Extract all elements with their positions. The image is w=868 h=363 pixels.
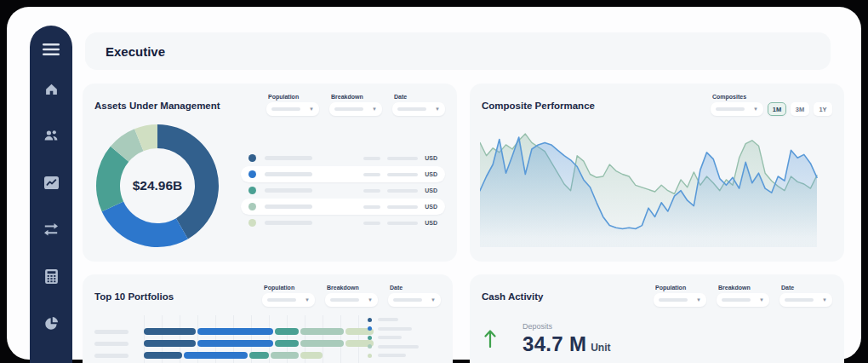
breakdown-select[interactable]: ▼ [717, 293, 769, 307]
aum-filters: Population ▼ Breakdown ▼ Date ▼ [266, 94, 445, 116]
home-icon[interactable] [41, 78, 61, 99]
date-select[interactable]: ▼ [392, 102, 445, 116]
population-filter-label: Population [655, 285, 706, 291]
legend-dot [248, 154, 256, 162]
chevron-down-icon: ▼ [372, 107, 377, 112]
population-filter-label: Population [264, 285, 315, 291]
dashboard: Executive Assets Under Management Popula… [0, 0, 868, 363]
legend-name-skeleton [265, 205, 312, 209]
legend-dot [248, 187, 256, 194]
aum-legend-row: USD [241, 182, 445, 199]
page-header: Executive [85, 32, 831, 70]
aum-legend-row: USD [241, 166, 445, 182]
menu-icon[interactable] [41, 39, 61, 60]
composite-title: Composite Performance [482, 101, 595, 111]
deposits-kpi: Deposits 34.7 M Unit [483, 322, 611, 356]
users-icon[interactable] [41, 125, 61, 146]
arrow-up-icon [483, 329, 497, 351]
range-1m-button[interactable]: 1M [768, 102, 786, 116]
calculator-icon[interactable] [41, 266, 61, 286]
aum-donut-chart: $24.96B [94, 123, 220, 249]
aum-legend-row: USD [241, 215, 445, 231]
chevron-down-icon: ▼ [431, 297, 436, 302]
range-1y-button[interactable]: 1Y [814, 102, 832, 116]
legend-dot [248, 219, 256, 227]
portfolio-label-skeleton [94, 330, 128, 334]
top10-legend-row [368, 325, 441, 334]
legend-dot [368, 326, 372, 331]
legend-name-skeleton [265, 156, 312, 160]
card-cash-activity: Cash Activity Population ▼ Breakdown ▼ D… [470, 274, 844, 363]
deposits-label: Deposits [523, 322, 611, 331]
bar-segment [184, 352, 248, 359]
population-select[interactable]: ▼ [266, 102, 319, 116]
date-select[interactable]: ▼ [779, 293, 832, 307]
date-filter-label: Date [394, 94, 445, 100]
chevron-down-icon: ▼ [305, 297, 310, 302]
chart-icon[interactable] [41, 172, 61, 193]
chevron-down-icon: ▼ [759, 297, 764, 302]
legend-name-skeleton [265, 221, 312, 225]
top10-legend-row [368, 315, 441, 325]
aum-total-value: $24.96B [94, 123, 220, 249]
chevron-down-icon: ▼ [309, 107, 314, 112]
aum-legend-row: USD [241, 199, 445, 215]
legend-dot [248, 203, 256, 210]
legend-dot [368, 318, 372, 322]
chevron-down-icon: ▼ [753, 107, 758, 112]
pie-chart-icon[interactable] [41, 313, 61, 333]
population-select[interactable]: ▼ [262, 293, 315, 307]
breakdown-filter-label: Breakdown [718, 285, 769, 291]
top10-filters: Population ▼ Breakdown ▼ Date ▼ [262, 285, 441, 307]
bar-segment [197, 328, 273, 335]
date-select[interactable]: ▼ [388, 293, 441, 307]
currency-label: USD [425, 187, 437, 193]
portfolio-label-skeleton [94, 342, 128, 346]
transfers-icon[interactable] [41, 219, 61, 239]
composites-filter-label: Composites [712, 94, 746, 100]
bar-segment [144, 328, 196, 335]
top10-legend-row [368, 343, 441, 352]
legend-name-skeleton [265, 172, 312, 176]
bar-segment [249, 352, 269, 359]
sidebar [30, 26, 72, 363]
bar-segment [300, 328, 343, 335]
currency-label: USD [425, 220, 437, 226]
legend-dot [248, 170, 256, 178]
bar-segment [144, 352, 182, 359]
bar-segment [144, 340, 196, 347]
composite-controls: Composites ▼ 1M 3M 1Y [711, 94, 832, 116]
legend-dot [368, 336, 372, 340]
card-composite-performance: Composite Performance Composites ▼ 1M 3M… [470, 84, 844, 262]
page-title: Executive [106, 44, 165, 59]
date-filter-label: Date [390, 285, 441, 291]
card-top-10-portfolios: Top 10 Portfolios Population ▼ Breakdown… [83, 274, 453, 363]
aum-legend-row: USD [241, 150, 445, 166]
breakdown-select[interactable]: ▼ [329, 102, 382, 116]
chevron-down-icon: ▼ [822, 297, 827, 302]
legend-name-skeleton [265, 188, 312, 193]
aum-legend: USD USD USD USD USD [241, 150, 445, 231]
chevron-down-icon: ▼ [696, 297, 701, 302]
bar-segment [275, 328, 299, 335]
currency-label: USD [425, 171, 437, 177]
top10-legend [368, 315, 441, 360]
range-3m-button[interactable]: 3M [791, 102, 809, 116]
top10-title: Top 10 Portfolios [94, 291, 174, 302]
chevron-down-icon: ▼ [435, 107, 440, 112]
cash-title: Cash Activity [482, 291, 543, 302]
bar-segment [275, 340, 299, 347]
composites-select[interactable]: ▼ [711, 102, 763, 116]
currency-label: USD [425, 204, 437, 210]
card-assets-under-management: Assets Under Management Population ▼ Bre… [83, 84, 457, 262]
deposits-unit: Unit [591, 342, 610, 354]
layers-icon[interactable] [41, 360, 61, 363]
population-select[interactable]: ▼ [654, 293, 706, 307]
bar-segment [197, 340, 273, 347]
breakdown-filter-label: Breakdown [327, 285, 378, 291]
population-filter-label: Population [268, 94, 319, 100]
breakdown-select[interactable]: ▼ [325, 293, 378, 307]
deposits-value: 34.7 M [523, 332, 586, 356]
cash-filters: Population ▼ Breakdown ▼ Date ▼ [654, 285, 832, 307]
portfolio-label-skeleton [94, 354, 128, 358]
